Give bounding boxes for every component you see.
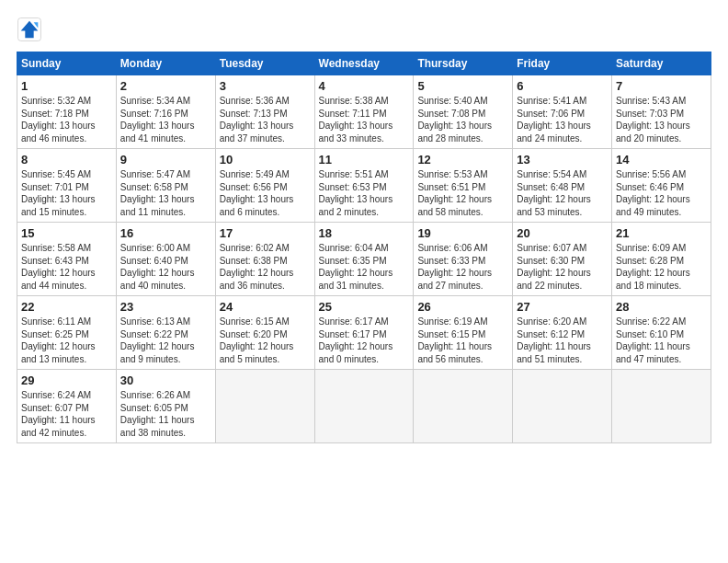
day-number: 5 — [417, 79, 508, 93]
cell-content: Sunrise: 6:02 AMSunset: 6:38 PMDaylight:… — [220, 242, 311, 292]
day-number: 1 — [21, 79, 112, 93]
cell-content: Sunrise: 5:54 AMSunset: 6:48 PMDaylight:… — [517, 168, 608, 218]
calendar-cell: 29Sunrise: 6:24 AMSunset: 6:07 PMDayligh… — [17, 370, 117, 443]
calendar-body: 1Sunrise: 5:32 AMSunset: 7:18 PMDaylight… — [17, 75, 711, 443]
cell-content: Sunrise: 6:07 AMSunset: 6:30 PMDaylight:… — [517, 242, 608, 292]
cell-content: Sunrise: 5:36 AMSunset: 7:13 PMDaylight:… — [220, 95, 311, 144]
cell-content: Sunrise: 6:26 AMSunset: 6:05 PMDaylight:… — [120, 389, 211, 439]
day-number: 11 — [319, 153, 410, 167]
calendar-cell: 13Sunrise: 5:54 AMSunset: 6:48 PMDayligh… — [513, 149, 612, 223]
calendar-cell: 17Sunrise: 6:02 AMSunset: 6:38 PMDayligh… — [215, 223, 314, 296]
logo-icon — [17, 17, 42, 42]
calendar-cell: 8Sunrise: 5:45 AMSunset: 7:01 PMDaylight… — [17, 149, 117, 223]
col-header-thursday: Thursday — [414, 52, 513, 75]
cell-content: Sunrise: 6:19 AMSunset: 6:15 PMDaylight:… — [417, 316, 508, 365]
calendar-cell: 9Sunrise: 5:47 AMSunset: 6:58 PMDaylight… — [116, 149, 215, 223]
calendar-cell: 24Sunrise: 6:15 AMSunset: 6:20 PMDayligh… — [215, 296, 314, 370]
day-number: 24 — [220, 300, 311, 314]
day-number: 27 — [517, 300, 608, 314]
calendar-cell: 7Sunrise: 5:43 AMSunset: 7:03 PMDaylight… — [612, 75, 711, 149]
page: SundayMondayTuesdayWednesdayThursdayFrid… — [0, 0, 728, 563]
calendar-table: SundayMondayTuesdayWednesdayThursdayFrid… — [17, 52, 711, 443]
cell-content: Sunrise: 5:43 AMSunset: 7:03 PMDaylight:… — [616, 95, 707, 144]
day-number: 29 — [21, 373, 112, 387]
day-number: 25 — [319, 300, 410, 314]
day-number: 28 — [616, 300, 707, 314]
calendar-cell: 14Sunrise: 5:56 AMSunset: 6:46 PMDayligh… — [612, 149, 711, 223]
cell-content: Sunrise: 6:17 AMSunset: 6:17 PMDaylight:… — [319, 316, 410, 365]
calendar-cell: 27Sunrise: 6:20 AMSunset: 6:12 PMDayligh… — [513, 296, 612, 370]
day-number: 18 — [319, 226, 410, 240]
cell-content: Sunrise: 5:58 AMSunset: 6:43 PMDaylight:… — [21, 242, 112, 292]
cell-content: Sunrise: 6:22 AMSunset: 6:10 PMDaylight:… — [616, 316, 707, 365]
calendar-cell: 10Sunrise: 5:49 AMSunset: 6:56 PMDayligh… — [215, 149, 314, 223]
cell-content: Sunrise: 5:53 AMSunset: 6:51 PMDaylight:… — [417, 168, 508, 218]
cell-content: Sunrise: 6:15 AMSunset: 6:20 PMDaylight:… — [220, 316, 311, 365]
cell-content: Sunrise: 6:24 AMSunset: 6:07 PMDaylight:… — [21, 389, 112, 439]
calendar-cell: 21Sunrise: 6:09 AMSunset: 6:28 PMDayligh… — [612, 223, 711, 296]
day-number: 23 — [120, 300, 211, 314]
day-number: 4 — [319, 79, 410, 93]
calendar-cell: 3Sunrise: 5:36 AMSunset: 7:13 PMDaylight… — [215, 75, 314, 149]
day-number: 6 — [517, 79, 608, 93]
cell-content: Sunrise: 5:45 AMSunset: 7:01 PMDaylight:… — [21, 168, 112, 218]
week-row-1: 1Sunrise: 5:32 AMSunset: 7:18 PMDaylight… — [17, 75, 711, 149]
calendar-cell: 25Sunrise: 6:17 AMSunset: 6:17 PMDayligh… — [314, 296, 414, 370]
logo — [17, 17, 48, 42]
day-number: 2 — [120, 79, 211, 93]
day-number: 21 — [616, 226, 707, 240]
calendar-header-row: SundayMondayTuesdayWednesdayThursdayFrid… — [17, 52, 711, 75]
cell-content: Sunrise: 6:09 AMSunset: 6:28 PMDaylight:… — [616, 242, 707, 292]
cell-content: Sunrise: 5:49 AMSunset: 6:56 PMDaylight:… — [220, 168, 311, 218]
week-row-3: 15Sunrise: 5:58 AMSunset: 6:43 PMDayligh… — [17, 223, 711, 296]
cell-content: Sunrise: 5:32 AMSunset: 7:18 PMDaylight:… — [21, 95, 112, 144]
cell-content: Sunrise: 5:51 AMSunset: 6:53 PMDaylight:… — [319, 168, 410, 218]
calendar-cell: 16Sunrise: 6:00 AMSunset: 6:40 PMDayligh… — [116, 223, 215, 296]
cell-content: Sunrise: 5:41 AMSunset: 7:06 PMDaylight:… — [517, 95, 608, 144]
calendar-cell: 12Sunrise: 5:53 AMSunset: 6:51 PMDayligh… — [414, 149, 513, 223]
calendar-cell: 15Sunrise: 5:58 AMSunset: 6:43 PMDayligh… — [17, 223, 117, 296]
col-header-sunday: Sunday — [17, 52, 117, 75]
week-row-2: 8Sunrise: 5:45 AMSunset: 7:01 PMDaylight… — [17, 149, 711, 223]
cell-content: Sunrise: 5:56 AMSunset: 6:46 PMDaylight:… — [616, 168, 707, 218]
calendar-cell: 30Sunrise: 6:26 AMSunset: 6:05 PMDayligh… — [116, 370, 215, 443]
calendar-cell — [414, 370, 513, 443]
calendar-cell: 11Sunrise: 5:51 AMSunset: 6:53 PMDayligh… — [314, 149, 414, 223]
day-number: 16 — [120, 226, 211, 240]
day-number: 8 — [21, 153, 112, 167]
day-number: 20 — [517, 226, 608, 240]
calendar-cell: 18Sunrise: 6:04 AMSunset: 6:35 PMDayligh… — [314, 223, 414, 296]
day-number: 13 — [517, 153, 608, 167]
day-number: 17 — [220, 226, 311, 240]
calendar-cell: 4Sunrise: 5:38 AMSunset: 7:11 PMDaylight… — [314, 75, 414, 149]
cell-content: Sunrise: 6:20 AMSunset: 6:12 PMDaylight:… — [517, 316, 608, 365]
col-header-saturday: Saturday — [612, 52, 711, 75]
cell-content: Sunrise: 6:04 AMSunset: 6:35 PMDaylight:… — [319, 242, 410, 292]
day-number: 9 — [120, 153, 211, 167]
day-number: 22 — [21, 300, 112, 314]
cell-content: Sunrise: 6:00 AMSunset: 6:40 PMDaylight:… — [120, 242, 211, 292]
cell-content: Sunrise: 5:40 AMSunset: 7:08 PMDaylight:… — [417, 95, 508, 144]
col-header-tuesday: Tuesday — [215, 52, 314, 75]
cell-content: Sunrise: 5:34 AMSunset: 7:16 PMDaylight:… — [120, 95, 211, 144]
day-number: 12 — [417, 153, 508, 167]
calendar-cell: 6Sunrise: 5:41 AMSunset: 7:06 PMDaylight… — [513, 75, 612, 149]
day-number: 14 — [616, 153, 707, 167]
calendar-cell: 1Sunrise: 5:32 AMSunset: 7:18 PMDaylight… — [17, 75, 117, 149]
col-header-wednesday: Wednesday — [314, 52, 414, 75]
calendar-cell — [513, 370, 612, 443]
day-number: 7 — [616, 79, 707, 93]
col-header-monday: Monday — [116, 52, 215, 75]
cell-content: Sunrise: 6:13 AMSunset: 6:22 PMDaylight:… — [120, 316, 211, 365]
col-header-friday: Friday — [513, 52, 612, 75]
cell-content: Sunrise: 6:06 AMSunset: 6:33 PMDaylight:… — [417, 242, 508, 292]
week-row-5: 29Sunrise: 6:24 AMSunset: 6:07 PMDayligh… — [17, 370, 711, 443]
day-number: 15 — [21, 226, 112, 240]
cell-content: Sunrise: 5:38 AMSunset: 7:11 PMDaylight:… — [319, 95, 410, 144]
day-number: 26 — [417, 300, 508, 314]
cell-content: Sunrise: 6:11 AMSunset: 6:25 PMDaylight:… — [21, 316, 112, 365]
calendar-cell — [314, 370, 414, 443]
calendar-cell: 2Sunrise: 5:34 AMSunset: 7:16 PMDaylight… — [116, 75, 215, 149]
calendar-cell: 26Sunrise: 6:19 AMSunset: 6:15 PMDayligh… — [414, 296, 513, 370]
calendar-cell: 28Sunrise: 6:22 AMSunset: 6:10 PMDayligh… — [612, 296, 711, 370]
